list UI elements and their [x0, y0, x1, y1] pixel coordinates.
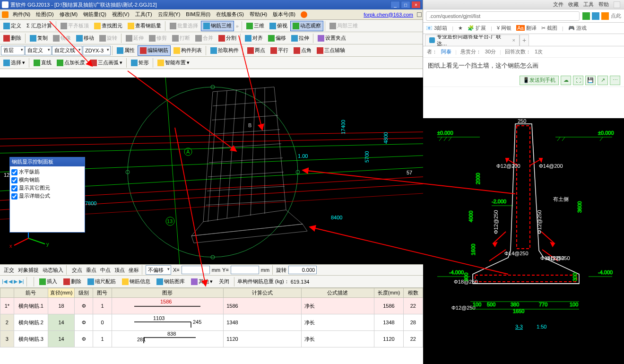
pick-button[interactable]: 拾取构件 [208, 45, 241, 56]
user-dropdown-icon[interactable] [417, 12, 422, 17]
qr-icon[interactable] [592, 12, 599, 20]
rebar-lib-button[interactable]: 钢筋图库 [154, 277, 187, 287]
view-3d-button[interactable]: 三维 [244, 21, 267, 31]
menu-draw[interactable]: 绘图(D) [34, 10, 56, 19]
ext-puzzle[interactable]: 🧩 扩展 [468, 25, 486, 32]
table-row[interactable]: 3横向钢筋.314Φ18382811120净长112022 [0, 331, 423, 347]
col-dia[interactable]: 直径(mm) [48, 288, 75, 298]
nav-first[interactable]: |◀ [2, 278, 7, 285]
merge-button[interactable]: 合并 [193, 33, 216, 43]
local-3d-button[interactable]: 局部三维 [327, 21, 360, 31]
col-calc[interactable]: 计算公式 [224, 288, 302, 298]
more-icon[interactable]: ⋯ [610, 76, 620, 85]
extend-button[interactable]: 延伸 [123, 33, 146, 43]
x-input[interactable] [182, 266, 210, 274]
cloud-icon[interactable]: ☁ [561, 76, 571, 85]
rebar-display-panel[interactable]: 钢筋显示控制面板 水平纵筋 横向钢筋 显示其它图元 显示详细公式 [9, 157, 85, 233]
app-menu-icon[interactable] [2, 11, 9, 18]
maximize-button[interactable]: □ [401, 1, 410, 9]
rotate-button[interactable]: 旋转 [97, 33, 120, 43]
addlen-button[interactable]: 点加长度 [54, 58, 87, 68]
opt-horizontal[interactable]: 水平纵筋 [11, 168, 83, 176]
bmenu-tools[interactable]: 工具 [583, 1, 594, 8]
url-field[interactable]: .com/question/gjml/list [426, 11, 580, 21]
ext-bank[interactable]: ¥ 网银 [497, 25, 511, 32]
snap-coord[interactable]: 坐标 [129, 267, 139, 274]
define-button[interactable]: 定义 [1, 21, 24, 31]
setclamp-button[interactable]: 设置夹点 [315, 33, 348, 43]
col-desc[interactable]: 公式描述 [301, 288, 374, 298]
bmenu-file[interactable]: 文件 [553, 1, 563, 8]
delete-row-button[interactable]: 删除 [61, 277, 84, 287]
nav-prev[interactable]: ◀ [9, 278, 12, 285]
snap-perp[interactable]: 垂点 [86, 267, 96, 274]
close-button[interactable]: × [411, 1, 421, 9]
secure-icon[interactable] [582, 12, 590, 20]
align-button[interactable]: 对齐 [243, 33, 265, 43]
browser-menu-icon[interactable] [614, 1, 620, 8]
menu-rebar[interactable]: 钢筋量(Q) [81, 10, 109, 19]
opt-transverse[interactable]: 横向钢筋 [11, 176, 83, 184]
new-tab-button[interactable]: + [520, 35, 529, 46]
share-icon[interactable]: ↗ [598, 76, 608, 85]
trim-button[interactable]: 修剪 [147, 33, 169, 43]
bmenu-fav[interactable]: 收藏 [568, 1, 579, 8]
expand-icon[interactable]: ⛶ [573, 76, 583, 85]
author-link[interactable]: 阿泰 [441, 48, 451, 55]
offset-combo[interactable]: 不偏移 [146, 265, 171, 275]
cta-text[interactable]: 点此 [611, 12, 621, 19]
stretch-button[interactable]: 拉伸 [289, 33, 312, 43]
move-button[interactable]: 移动 [74, 33, 96, 43]
break-button[interactable]: 打断 [170, 33, 192, 43]
scale-rebar-button[interactable]: 缩尺配筋 [85, 277, 118, 287]
sum-button[interactable]: Σ 汇总计算 [24, 21, 54, 31]
insert-button[interactable]: 插入 [37, 277, 60, 287]
other-button[interactable]: 其他▾ [189, 277, 215, 287]
offset-button[interactable]: 偏移 [266, 33, 288, 43]
mirror-button[interactable]: 镜像 [51, 33, 73, 43]
col-lvl[interactable]: 级别 [75, 288, 93, 298]
edit-rebar-button[interactable]: 编辑钢筋 [138, 45, 171, 56]
col-len[interactable]: 长度(mm) [374, 288, 404, 298]
y-input[interactable] [231, 266, 259, 274]
ortho-toggle[interactable]: 正交 [4, 267, 14, 274]
rect-button[interactable]: 矩形 [129, 58, 151, 68]
floor-combo[interactable]: 首层 [1, 46, 25, 55]
send-to-phone-button[interactable]: 📱 发送到手机 [520, 76, 559, 85]
osnap-toggle[interactable]: 对象捕捉 [18, 267, 39, 274]
col-fig[interactable]: 图号 [93, 288, 112, 298]
dyn-toggle[interactable]: 动态输入 [43, 267, 63, 274]
complist-button[interactable]: 构件列表 [171, 45, 204, 56]
arc-button[interactable]: 三点画弧▾ [88, 58, 125, 68]
col-shape[interactable]: 图形 [112, 288, 224, 298]
menu-modify[interactable]: 修改(M) [57, 10, 80, 19]
nav-last[interactable]: ▶| [19, 278, 24, 285]
ptang-button[interactable]: 点角 [291, 45, 314, 56]
rot-input[interactable] [288, 266, 317, 274]
menu-cloud[interactable]: 云应用(Y) [156, 10, 183, 19]
smart-button[interactable]: 智能布置▾ [155, 58, 192, 68]
browser-tab[interactable]: 专业造价问题答疑平台-广联达… × [425, 35, 520, 46]
user-link[interactable]: forpk.chen@163.com [361, 12, 416, 17]
menu-help[interactable]: 帮助(H) [247, 10, 269, 19]
rebar-qty-button[interactable]: 查看钢筋量 [125, 21, 164, 31]
split-button[interactable]: 分割 [216, 33, 239, 43]
line-button[interactable]: 直线 [31, 58, 54, 68]
menu-tools[interactable]: 工具(T) [133, 10, 155, 19]
code-combo[interactable]: ZDYX-3 [83, 46, 111, 55]
paw-icon[interactable] [601, 12, 609, 20]
col-name[interactable]: 筋号 [14, 288, 48, 298]
ext-screenshot[interactable]: ✂ 截图 [541, 25, 557, 32]
rebar-3d-button[interactable]: 钢筋三维 [201, 21, 234, 31]
bmenu-help[interactable]: 帮助 [598, 1, 609, 8]
menu-component[interactable]: 构件(N) [10, 10, 33, 19]
table-row[interactable]: 1*横向钢筋.118Φ115861586净长158622 [0, 298, 423, 314]
menu-bim[interactable]: BIM应用(I) [183, 10, 213, 19]
nav-next[interactable]: ▶ [14, 278, 17, 285]
threept-button[interactable]: 三点辅轴 [314, 45, 347, 56]
ext-translate[interactable]: Aa 翻译 [516, 25, 537, 32]
menu-online[interactable]: 在线服务(S) [214, 10, 246, 19]
custom-combo[interactable]: 自定义 [25, 46, 52, 55]
find-button[interactable]: 查找图元 [92, 21, 125, 31]
perspective-button[interactable]: 俯视 [267, 21, 290, 31]
